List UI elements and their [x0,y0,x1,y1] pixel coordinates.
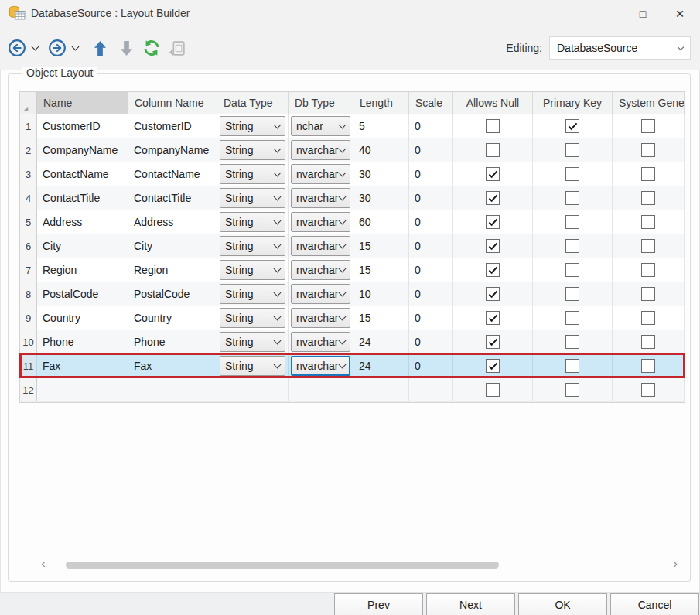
column-header-name[interactable]: Name [37,92,128,114]
cell-allows-null[interactable] [453,282,533,306]
db-type-dropdown[interactable]: nvarchar [291,260,350,280]
cell-data-type[interactable]: String [217,354,289,378]
close-button[interactable]: × [661,0,698,28]
maximize-button[interactable]: □ [624,0,661,28]
cell-scale[interactable]: 0 [409,330,453,354]
row-header[interactable]: 7 [20,258,37,282]
row-header[interactable]: 9 [20,306,37,330]
allows-null-checkbox[interactable] [486,167,500,181]
db-type-dropdown[interactable]: nvarchar [291,188,350,208]
copy-layout-button[interactable] [167,36,186,60]
primary-key-checkbox[interactable] [565,143,579,157]
forward-button[interactable] [48,36,67,60]
cell-db-type[interactable]: nvarchar [289,354,353,378]
cell-column-name[interactable]: Fax [128,354,217,378]
system-generated-checkbox[interactable] [641,287,655,301]
primary-key-checkbox[interactable] [565,383,579,397]
cell-length[interactable]: 30 [353,162,409,186]
db-type-dropdown[interactable]: nvarchar [291,356,350,376]
primary-key-checkbox[interactable] [565,287,579,301]
cell-system-generated[interactable] [613,210,685,234]
cell-system-generated[interactable] [613,258,685,282]
cell-primary-key[interactable] [533,114,613,138]
refresh-button[interactable] [142,36,161,60]
db-type-dropdown[interactable]: nvarchar [291,332,350,352]
primary-key-checkbox[interactable] [565,215,579,229]
cell-db-type[interactable]: nchar [289,114,353,138]
cell-db-type[interactable]: nvarchar [289,186,353,210]
system-generated-checkbox[interactable] [641,263,655,277]
cell-primary-key[interactable] [533,330,613,354]
select-all-corner[interactable]: ◢ [20,92,37,114]
cell-data-type[interactable] [217,378,289,401]
cell-primary-key[interactable] [533,354,613,378]
column-header-column-name[interactable]: Column Name [128,92,217,114]
cell-name[interactable]: City [37,234,128,258]
column-header-system-generated[interactable]: System Generated [613,92,685,114]
system-generated-checkbox[interactable] [641,239,655,253]
data-type-dropdown[interactable]: String [220,140,285,160]
cell-system-generated[interactable] [613,378,685,401]
system-generated-checkbox[interactable] [641,383,655,397]
cell-length[interactable]: 15 [353,306,409,330]
column-header-data-type[interactable]: Data Type [217,92,289,114]
back-button[interactable] [8,36,26,60]
primary-key-checkbox[interactable] [565,263,579,277]
cell-allows-null[interactable] [453,306,533,330]
allows-null-checkbox[interactable] [486,335,500,349]
cell-column-name[interactable] [128,378,217,401]
db-type-dropdown[interactable]: nvarchar [291,308,350,328]
cell-length[interactable]: 10 [353,282,409,306]
cell-scale[interactable]: 0 [409,210,453,234]
system-generated-checkbox[interactable] [641,167,655,181]
row-header[interactable]: 5 [20,210,37,234]
data-type-dropdown[interactable]: String [220,212,285,232]
data-type-dropdown[interactable]: String [220,356,285,376]
horizontal-scrollbar[interactable]: ‹ › [38,558,681,572]
row-header[interactable]: 2 [20,138,37,162]
cell-length[interactable]: 15 [353,258,409,282]
cell-data-type[interactable]: String [217,282,289,306]
data-type-dropdown[interactable]: String [220,164,285,184]
cell-data-type[interactable]: String [217,258,289,282]
column-header-primary-key[interactable]: Primary Key [533,92,613,114]
cell-allows-null[interactable] [453,138,533,162]
db-type-dropdown[interactable]: nvarchar [291,164,350,184]
db-type-dropdown[interactable]: nvarchar [291,140,350,160]
cell-data-type[interactable]: String [217,234,289,258]
row-header[interactable]: 10 [20,330,37,354]
cell-data-type[interactable]: String [217,306,289,330]
cell-system-generated[interactable] [613,306,685,330]
cell-system-generated[interactable] [613,186,685,210]
system-generated-checkbox[interactable] [641,191,655,205]
cell-name[interactable]: Region [37,258,128,282]
allows-null-checkbox[interactable] [486,287,500,301]
cell-scale[interactable]: 0 [409,282,453,306]
cell-allows-null[interactable] [453,186,533,210]
data-type-dropdown[interactable]: String [220,308,285,328]
cell-length[interactable]: 24 [353,354,409,378]
move-up-button[interactable] [92,36,108,60]
cell-allows-null[interactable] [453,234,533,258]
cell-column-name[interactable]: ContactName [128,162,217,186]
move-down-button[interactable] [118,36,135,60]
cell-system-generated[interactable] [613,282,685,306]
cell-scale[interactable]: 0 [409,114,453,138]
cell-length[interactable]: 60 [353,210,409,234]
cell-data-type[interactable]: String [217,210,289,234]
data-type-dropdown[interactable]: String [220,188,285,208]
cell-name[interactable]: PostalCode [37,282,128,306]
primary-key-checkbox[interactable] [565,359,579,373]
cell-column-name[interactable]: Country [128,306,217,330]
cell-allows-null[interactable] [453,330,533,354]
system-generated-checkbox[interactable] [641,311,655,325]
cell-primary-key[interactable] [533,306,613,330]
cell-scale[interactable]: 0 [409,162,453,186]
primary-key-checkbox[interactable] [565,335,579,349]
cell-length[interactable]: 30 [353,186,409,210]
ok-button[interactable]: OK [518,593,607,615]
column-header-allows-null[interactable]: Allows Null [453,92,533,114]
cell-length[interactable]: 5 [353,114,409,138]
prev-button[interactable]: Prev [334,593,423,615]
cell-allows-null[interactable] [453,354,533,378]
